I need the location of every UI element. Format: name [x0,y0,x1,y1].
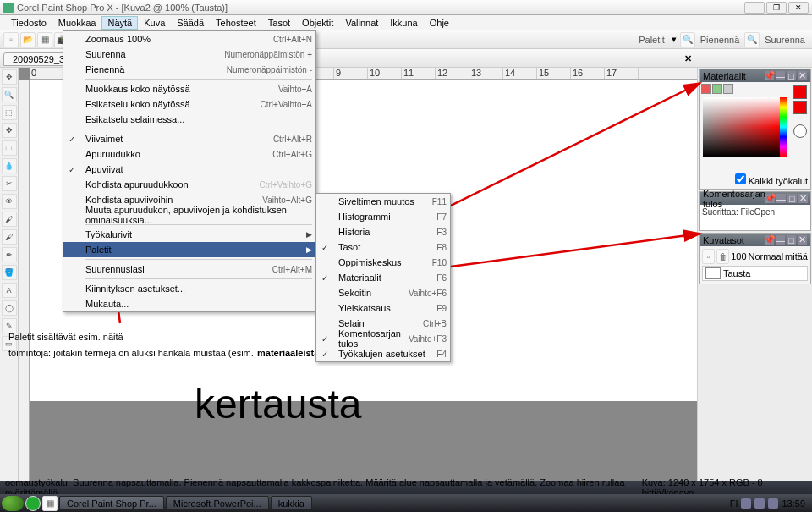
menuitem-apuviivat[interactable]: ✓Apuviivat [63,162,315,177]
submenuitem-materiaalit[interactable]: ✓MateriaalitF6 [316,270,450,285]
panel-min-icon[interactable]: — [776,235,785,245]
taskbar-item-kukkia[interactable]: kukkia [271,496,312,510]
panel-close-icon[interactable]: ✕ [798,194,808,203]
quicklaunch-icon[interactable] [25,496,41,511]
panel-min-icon[interactable]: — [776,194,786,203]
panel-close-icon[interactable]: ✕ [798,235,807,245]
move-tool[interactable]: ✥ [2,123,17,138]
color-tab-2[interactable] [712,84,722,94]
zoom-tool[interactable]: 🔍 [2,87,17,102]
submenuitem-ty-kalujen-asetukset[interactable]: ✓Työkalujen asetuksetF4 [316,346,450,361]
menuitem-ty-kalurivit[interactable]: Työkalurivit▶ [63,227,315,242]
menu-valinnat[interactable]: Valinnat [339,16,384,30]
color-tab-3[interactable] [723,84,733,94]
submenuitem-yleiskatsaus[interactable]: YleiskatsausF9 [316,300,450,316]
submenuitem-histogrammi[interactable]: HistogrammiF7 [316,209,450,224]
submenuitem-oppimiskeskus[interactable]: OppimiskeskusF10 [316,255,450,270]
panel-max-icon[interactable]: □ [787,235,796,245]
panel-pin-icon[interactable]: 📌 [765,194,775,203]
menu-objektit[interactable]: Objektit [296,16,339,30]
menuitem-paletit[interactable]: Paletit▶ [63,242,315,257]
panel-pin-icon[interactable]: 📌 [765,235,774,245]
start-button[interactable] [2,496,24,511]
zoom-out-icon[interactable]: 🔍 [680,32,695,47]
menu-tasot[interactable]: Tasot [262,16,296,30]
panel-pin-icon[interactable]: 📌 [765,71,774,80]
volume-icon[interactable] [768,498,778,509]
panel-max-icon[interactable]: □ [787,71,796,80]
pan-tool[interactable]: ✥ [2,69,17,85]
open-icon[interactable]: 📂 [20,32,36,47]
text-tool[interactable]: A [2,283,17,298]
menuitem-esikatselu-selaimessa-[interactable]: Esikatselu selaimessa... [63,112,315,127]
browse-icon[interactable]: ▦ [37,32,52,47]
color-gradient[interactable] [703,97,781,157]
lang-indicator[interactable]: FI [730,498,738,509]
background-swatch[interactable] [793,101,807,114]
submenuitem-sekoitin[interactable]: SekoitinVaihto+F6 [316,285,450,300]
select-tool[interactable]: ⬚ [2,140,17,156]
menuitem-viivaimet[interactable]: ✓ViivaimetCtrl+Alt+R [63,131,315,146]
shape-tool[interactable]: ◯ [2,300,17,316]
pienenna-label[interactable]: Pienennä [697,35,743,45]
menuitem-suurennuslasi[interactable]: SuurennuslasiCtrl+Alt+M [63,262,315,277]
null-swatch[interactable] [793,124,807,138]
foreground-swatch[interactable] [793,85,807,99]
menuitem-suurenna[interactable]: SuurennaNumeronäppäimistön + [63,47,315,62]
menu-tiedosto[interactable]: Tiedosto [5,16,52,30]
menu-kuva[interactable]: Kuva [138,16,171,30]
menuitem-kiinnityksen-asetukset-[interactable]: Kiinnityksen asetukset... [63,281,315,296]
menuitem-pienenn-[interactable]: PienennäNumeronäppäimistön - [63,62,315,77]
pick-tool[interactable]: ⬚ [2,105,17,120]
layer-row[interactable]: Tausta [702,266,808,281]
new-icon[interactable]: ▫ [3,32,19,47]
dellayer-icon[interactable]: 🗑 [716,249,729,264]
menuitem-apuruudukko[interactable]: ApuruudukkoCtrl+Alt+G [63,146,315,162]
paletit-button[interactable]: Paletit [635,35,668,45]
tray-icon[interactable] [754,498,765,509]
crop-tool[interactable]: ✂ [2,176,17,191]
panel-close-icon[interactable]: ✕ [798,71,807,80]
minimize-button[interactable]: — [744,2,765,14]
kaikki-checkbox[interactable]: Kaikki työkalut [735,176,808,186]
menu-nayta[interactable]: Näytä [102,16,138,30]
taskbar-item-ppt[interactable]: Microsoft PowerPoi... [166,496,269,510]
redeye-tool[interactable]: 👁 [2,194,17,209]
menu-ikkuna[interactable]: Ikkuna [384,16,423,30]
submenuitem-tasot[interactable]: ✓TasotF8 [316,239,450,255]
blendmode-select[interactable]: Normaal [749,251,784,262]
maximize-button[interactable]: ❐ [766,2,787,14]
menuitem-zoomaus-100-[interactable]: Zoomaus 100%Ctrl+Alt+N [63,31,315,47]
menuitem-kohdista-apuruudukkoon[interactable]: Kohdista apuruudukkoonCtrl+Vaihto+G [63,177,315,192]
panel-max-icon[interactable]: □ [787,194,797,203]
menu-ohje[interactable]: Ohje [424,16,455,30]
menu-muokkaa[interactable]: Muokkaa [52,16,102,30]
menuitem-muuta-apuruudukon-apuviivojen-ja-kohdistuksen-ominaisuuksia-[interactable]: Muuta apuruudukon, apuviivojen ja kohdis… [63,207,315,223]
hue-slider[interactable] [780,97,787,157]
submenuitem-komentosarjan-tulos[interactable]: ✓Komentosarjan tulosVaihto+F3 [316,331,450,346]
image-close-button[interactable]: ✕ [682,52,694,64]
zoom-in-icon[interactable]: 🔍 [744,32,760,47]
close-button[interactable]: ✕ [788,2,809,14]
color-tab-1[interactable] [701,84,711,94]
menu-tehosteet[interactable]: Tehosteet [210,16,262,30]
brush-tool[interactable]: 🖌 [2,229,17,245]
tray-icon[interactable] [741,498,751,509]
taskbar-item-psp[interactable]: Corel Paint Shop Pr... [59,496,164,510]
dropper-tool[interactable]: 💧 [2,158,17,173]
submenuitem-historia[interactable]: HistoriaF3 [316,224,450,239]
fill-tool[interactable]: 🪣 [2,265,17,280]
menuitem-esikatselu-koko-n-yt-ss-[interactable]: Esikatselu koko näytössäCtrl+Vaihto+A [63,96,315,112]
quicklaunch-icon-2[interactable]: ▦ [42,496,58,511]
airbrush-tool[interactable]: ✒ [2,247,17,262]
clone-tool[interactable]: 🖌 [2,212,17,227]
submenuitem-siveltimen-muutos[interactable]: Siveltimen muutosF11 [316,194,450,209]
newlayer-icon[interactable]: ▫ [702,249,715,264]
opacity-value[interactable]: 100 [731,251,746,262]
menuitem-muokkaus-koko-n-yt-ss-[interactable]: Muokkaus koko näytössäVaihto+A [63,81,315,96]
ruler-vertical [19,80,30,488]
menuitem-mukauta-[interactable]: Mukauta... [63,296,315,311]
menu-saada[interactable]: Säädä [171,16,210,30]
panel-min-icon[interactable]: — [776,71,785,80]
suurenna-label[interactable]: Suurenna [761,35,809,45]
